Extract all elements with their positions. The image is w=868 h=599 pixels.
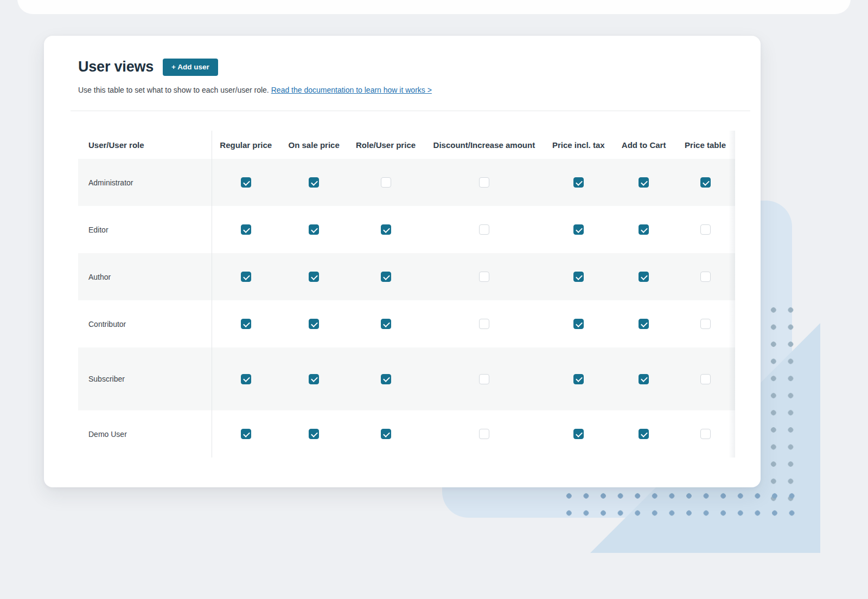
- checkbox-cell: [212, 253, 280, 300]
- divider: [71, 111, 750, 111]
- column-header-price-incl-tax: Price incl. tax: [545, 131, 612, 159]
- checkbox-unchecked[interactable]: [479, 429, 489, 439]
- checkbox-cell: [280, 253, 348, 300]
- checkbox-cell: [280, 347, 348, 410]
- decor-top-strip: [17, 0, 851, 14]
- checkbox-cell: [612, 300, 675, 347]
- checkbox-cell: [675, 159, 735, 206]
- checkbox-cell: [280, 206, 348, 253]
- column-header-on-sale-price: On sale price: [280, 131, 348, 159]
- column-header-add-to-cart: Add to Cart: [612, 131, 675, 159]
- documentation-link[interactable]: Read the documentation to learn how it w…: [271, 86, 432, 94]
- checkbox-checked[interactable]: [381, 224, 391, 235]
- checkbox-unchecked[interactable]: [479, 224, 489, 235]
- checkbox-checked[interactable]: [309, 374, 319, 384]
- checkbox-checked[interactable]: [309, 272, 319, 282]
- checkbox-cell: [675, 410, 735, 458]
- checkbox-checked[interactable]: [241, 374, 251, 384]
- table-row: Subscriber: [78, 347, 735, 410]
- checkbox-cell: [612, 410, 675, 458]
- checkbox-checked[interactable]: [241, 224, 251, 235]
- checkbox-checked[interactable]: [639, 224, 649, 235]
- table-row: Contributor: [78, 300, 735, 347]
- checkbox-checked[interactable]: [700, 177, 711, 188]
- checkbox-checked[interactable]: [573, 272, 584, 282]
- checkbox-unchecked[interactable]: [700, 224, 711, 235]
- checkbox-cell: [423, 253, 545, 300]
- checkbox-checked[interactable]: [241, 319, 251, 329]
- checkbox-cell: [612, 206, 675, 253]
- decor-dot-grid-vertical: [765, 301, 800, 507]
- checkbox-cell: [675, 347, 735, 410]
- checkbox-cell: [348, 347, 424, 410]
- decor-dot-grid-horizontal: [560, 487, 800, 522]
- checkbox-unchecked[interactable]: [479, 272, 489, 282]
- checkbox-checked[interactable]: [241, 429, 251, 439]
- checkbox-cell: [280, 410, 348, 458]
- checkbox-unchecked[interactable]: [700, 272, 711, 282]
- table-body: Administrator Editor Author Contributor …: [78, 159, 735, 458]
- checkbox-checked[interactable]: [381, 429, 391, 439]
- checkbox-checked[interactable]: [573, 374, 584, 384]
- checkbox-checked[interactable]: [639, 272, 649, 282]
- checkbox-cell: [545, 159, 612, 206]
- column-header-role-user-price: Role/User price: [348, 131, 424, 159]
- checkbox-checked[interactable]: [381, 374, 391, 384]
- checkbox-unchecked[interactable]: [479, 319, 489, 329]
- checkbox-cell: [212, 159, 280, 206]
- column-header-discount-increase-amount: Discount/Increase amount: [423, 131, 545, 159]
- row-label: Contributor: [78, 300, 212, 347]
- checkbox-unchecked[interactable]: [381, 177, 391, 188]
- table-row: Editor: [78, 206, 735, 253]
- checkbox-checked[interactable]: [309, 177, 319, 188]
- checkbox-unchecked[interactable]: [479, 374, 489, 384]
- checkbox-checked[interactable]: [639, 319, 649, 329]
- table-row: Administrator: [78, 159, 735, 206]
- checkbox-checked[interactable]: [573, 224, 584, 235]
- checkbox-cell: [612, 347, 675, 410]
- add-user-button[interactable]: + Add user: [163, 59, 218, 76]
- checkbox-unchecked[interactable]: [700, 319, 711, 329]
- user-views-table: User/User role Regular price On sale pri…: [78, 131, 735, 458]
- page-title: User views: [78, 59, 154, 75]
- user-views-card: User views + Add user Use this table to …: [44, 36, 761, 487]
- checkbox-checked[interactable]: [573, 177, 584, 188]
- checkbox-checked[interactable]: [639, 177, 649, 188]
- checkbox-cell: [280, 300, 348, 347]
- table-row: Author: [78, 253, 735, 300]
- checkbox-unchecked[interactable]: [700, 429, 711, 439]
- row-label: Subscriber: [78, 347, 212, 410]
- checkbox-cell: [423, 410, 545, 458]
- checkbox-checked[interactable]: [241, 272, 251, 282]
- checkbox-checked[interactable]: [309, 429, 319, 439]
- checkbox-cell: [545, 253, 612, 300]
- checkbox-cell: [212, 347, 280, 410]
- checkbox-cell: [545, 300, 612, 347]
- checkbox-checked[interactable]: [381, 272, 391, 282]
- checkbox-cell: [612, 253, 675, 300]
- card-header: User views + Add user: [44, 36, 761, 76]
- checkbox-cell: [423, 159, 545, 206]
- checkbox-cell: [348, 410, 424, 458]
- checkbox-cell: [348, 253, 424, 300]
- checkbox-unchecked[interactable]: [700, 374, 711, 384]
- column-header-regular-price: Regular price: [212, 131, 280, 159]
- checkbox-checked[interactable]: [639, 429, 649, 439]
- checkbox-checked[interactable]: [639, 374, 649, 384]
- checkbox-checked[interactable]: [241, 177, 251, 188]
- column-header-price-table: Price table: [675, 131, 735, 159]
- checkbox-checked[interactable]: [573, 429, 584, 439]
- stage: User views + Add user Use this table to …: [0, 0, 868, 599]
- checkbox-cell: [545, 347, 612, 410]
- checkbox-checked[interactable]: [573, 319, 584, 329]
- checkbox-cell: [675, 300, 735, 347]
- checkbox-checked[interactable]: [381, 319, 391, 329]
- checkbox-unchecked[interactable]: [479, 177, 489, 188]
- row-label: Demo User: [78, 410, 212, 458]
- checkbox-cell: [545, 206, 612, 253]
- checkbox-checked[interactable]: [309, 319, 319, 329]
- checkbox-cell: [675, 253, 735, 300]
- checkbox-cell: [212, 410, 280, 458]
- checkbox-checked[interactable]: [309, 224, 319, 235]
- checkbox-cell: [280, 159, 348, 206]
